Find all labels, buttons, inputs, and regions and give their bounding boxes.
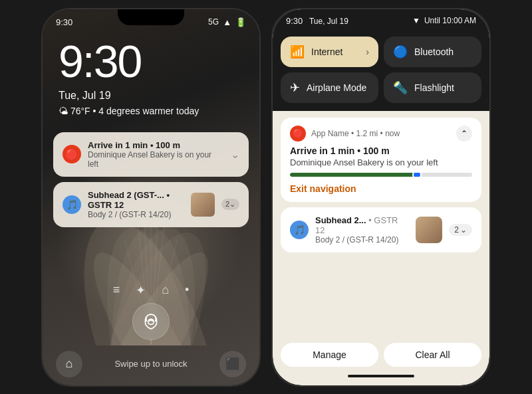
panel-music-sub: Body 2 / (GST-R 14/20) [315, 235, 409, 245]
lock-music-notification[interactable]: 🎵 Subhead 2 (GST-... • GSTR 12 Body 2 / … [53, 182, 249, 227]
internet-chevron-icon: › [366, 47, 369, 57]
internet-tile[interactable]: 📶 Internet › [281, 37, 378, 67]
music-app-icon: 🎵 [63, 195, 81, 214]
panel-nav-notification[interactable]: 🔴 App Name • 1.2 mi • now ⌃ Arrive in 1 … [281, 118, 481, 202]
music-notif-subtitle: Body 2 / (GST-R 14/20) [88, 210, 184, 219]
airplane-tile[interactable]: ✈ Airplane Mode [281, 72, 378, 103]
panel-music-notification[interactable]: 🎵 Subhead 2... • GSTR 12 Body 2 / (GST-R… [281, 207, 481, 252]
battery-until: Until 10:00 AM [424, 16, 476, 25]
panel-nav-body: Dominique Ansel Bakery is on your left [290, 157, 472, 167]
sparkle-icon[interactable]: ✦ [136, 283, 146, 298]
nav-app-icon: 🔴 [63, 145, 81, 163]
panel-nav-expand-button[interactable]: ⌃ [456, 126, 472, 142]
recents-gesture-button[interactable]: ⬛ [219, 351, 246, 377]
panel-nav-header: 🔴 App Name • 1.2 mi • now ⌃ [290, 126, 472, 142]
panel-nav-title: Arrive in 1 min • 100 m [290, 146, 472, 156]
nav-notif-title: Arrive in 1 min • 100 m [88, 140, 224, 150]
panel-nav-app-icon: 🔴 [290, 126, 306, 142]
quick-tiles: 📶 Internet › 🔵 Bluetooth ✈ Airplane Mode… [273, 31, 489, 111]
lock-notifications: 🔴 Arrive in 1 min • 100 m Dominique Anse… [43, 127, 259, 233]
menu-icon[interactable]: ≡ [113, 283, 120, 298]
panel-nav-app-name: App Name • 1.2 mi • now [311, 129, 400, 138]
notch-right [348, 9, 414, 25]
music-notif-text: Subhead 2 (GST-... • GSTR 12 Body 2 / (G… [88, 190, 184, 219]
internet-icon: 📶 [290, 45, 305, 59]
network-icon: ▲ [223, 17, 231, 27]
home-gesture-button[interactable]: ⌂ [56, 351, 82, 377]
lock-weather: 🌤 76°F • 4 degrees warmer today [43, 104, 259, 127]
battery-icon: 🔋 [235, 17, 246, 27]
panel-music-count: 2 ⌄ [449, 224, 472, 236]
notification-panel: 9:30 Tue, Jul 19 ▼ Until 10:00 AM 📶 Inte… [273, 9, 489, 385]
home-indicator [348, 375, 414, 377]
panel-status-time: 9:30 Tue, Jul 19 [286, 16, 348, 26]
exit-navigation-button[interactable]: Exit navigation [290, 183, 472, 194]
flashlight-tile[interactable]: 🔦 Flashlight [384, 72, 481, 103]
nav-notif-text: Arrive in 1 min • 100 m Dominique Ansel … [88, 140, 224, 169]
clear-all-button[interactable]: Clear All [384, 343, 481, 367]
bluetooth-tile[interactable]: 🔵 Bluetooth [384, 37, 481, 67]
signal-icon: 5G [208, 17, 219, 27]
panel-music-text: Subhead 2... • GSTR 12 Body 2 / (GST-R 1… [315, 215, 409, 245]
music-thumbnail [191, 193, 215, 217]
notch [118, 9, 184, 25]
airplane-label: Airplane Mode [307, 82, 366, 93]
nav-notif-subtitle: Dominique Ansel Bakery is on your left [88, 150, 224, 169]
internet-label: Internet [311, 47, 342, 57]
lock-status-time: 9:30 [56, 17, 72, 27]
lock-content: 9:30 5G ▲ 🔋 9:30 Tue, Jul 19 🌤 76°F • 4 … [43, 9, 259, 385]
music-notif-count: 2⌄ [221, 199, 239, 210]
lock-screen: 9:30 5G ▲ 🔋 9:30 Tue, Jul 19 🌤 76°F • 4 … [43, 9, 259, 385]
panel-actions: Manage Clear All [273, 343, 489, 372]
home-dot-icon[interactable]: ⌂ [162, 283, 169, 298]
nav-progress-dot [412, 173, 422, 177]
lock-bottom: ≡ ✦ ⌂ • ⌂ Swipe up to unlock ⬛ [43, 278, 259, 385]
flashlight-icon: 🔦 [393, 80, 408, 95]
wifi-icon: ▼ [412, 16, 420, 25]
panel-music-title: Subhead 2... • GSTR 12 [315, 215, 409, 235]
panel-bottom-bar [273, 372, 489, 385]
notif-panel-phone: 9:30 Tue, Jul 19 ▼ Until 10:00 AM 📶 Inte… [271, 8, 491, 387]
lock-nav-dots: ≡ ✦ ⌂ • [43, 278, 259, 303]
dot-icon: • [185, 283, 189, 298]
lock-screen-phone: 9:30 5G ▲ 🔋 9:30 Tue, Jul 19 🌤 76°F • 4 … [41, 8, 261, 387]
airplane-icon: ✈ [290, 80, 300, 95]
nav-progress-bar [290, 173, 472, 177]
panel-notifications: 🔴 App Name • 1.2 mi • now ⌃ Arrive in 1 … [273, 111, 489, 343]
manage-button[interactable]: Manage [281, 343, 378, 367]
lock-clock: 9:30 [43, 30, 259, 87]
panel-status-right: ▼ Until 10:00 AM [412, 16, 476, 25]
bluetooth-label: Bluetooth [414, 47, 454, 57]
lock-nav-notification[interactable]: 🔴 Arrive in 1 min • 100 m Dominique Anse… [53, 132, 249, 177]
panel-music-icon: 🎵 [290, 221, 309, 239]
swipe-hint: Swipe up to unlock [114, 359, 187, 369]
panel-music-thumbnail [416, 217, 442, 243]
music-notif-title: Subhead 2 (GST-... • GSTR 12 [88, 190, 184, 210]
bluetooth-icon: 🔵 [393, 45, 408, 59]
nav-progress-fill [290, 173, 418, 177]
fingerprint-button[interactable] [132, 303, 170, 340]
nav-notif-chevron-icon: ⌄ [231, 148, 239, 161]
flashlight-label: Flashlight [414, 82, 454, 93]
lock-gesture-bar: ⌂ Swipe up to unlock ⬛ [43, 345, 259, 385]
lock-date: Tue, Jul 19 [43, 87, 259, 104]
